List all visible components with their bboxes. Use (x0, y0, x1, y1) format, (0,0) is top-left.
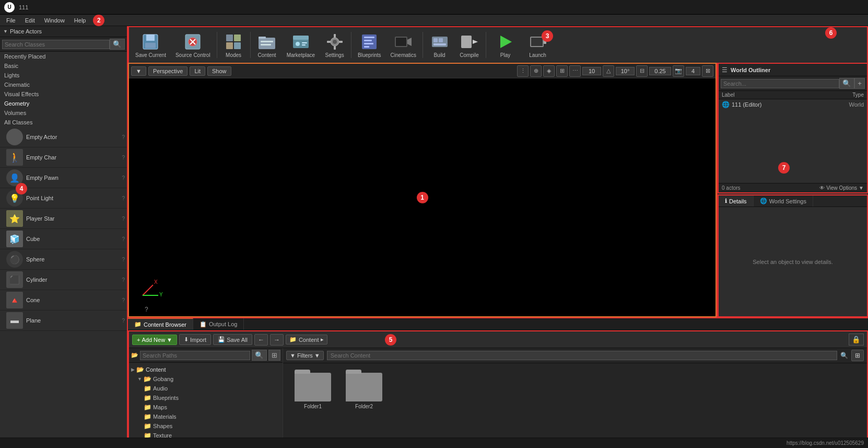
filters-button[interactable]: ▼ Filters ▼ (286, 351, 324, 360)
camera-icon[interactable]: 📷 (673, 65, 684, 77)
outliner-item-world[interactable]: 🌐 111 (Editor) World (719, 99, 867, 110)
compile-button[interactable]: Compile (455, 30, 484, 60)
actor-plane-help[interactable]: ? (122, 318, 125, 324)
viewport-canvas[interactable]: 1 X Y ? (129, 78, 715, 316)
actor-player-star[interactable]: ⭐ Player Star ? (0, 209, 127, 229)
tab-content-browser[interactable]: 📁 Content Browser (128, 318, 193, 330)
angle-icon[interactable]: △ (603, 65, 614, 77)
cb-view-options-button[interactable]: ⊞ (851, 350, 864, 361)
actor-sphere[interactable]: ⚫ Sphere ? (0, 249, 127, 270)
perspective-btn[interactable]: Perspective (148, 66, 187, 76)
menu-help[interactable]: Help (70, 16, 90, 25)
import-button[interactable]: ⬇ Import (179, 334, 211, 345)
category-visual-effects[interactable]: Visual Effects (0, 89, 127, 99)
grid-snap-icon[interactable]: ⋮ (517, 65, 529, 77)
menu-window[interactable]: Window (40, 16, 69, 25)
actor-empty-pawn-help[interactable]: ? (122, 175, 125, 181)
search-paths-input[interactable] (140, 351, 250, 360)
category-all-classes[interactable]: All Classes (0, 118, 127, 127)
svg-rect-19 (302, 44, 306, 45)
blueprints-button[interactable]: Blueprints (354, 30, 385, 60)
actor-point-light-help[interactable]: ? (122, 196, 125, 201)
actor-player-star-help[interactable]: ? (122, 216, 125, 222)
settings-button[interactable]: Settings (320, 30, 349, 60)
save-current-button[interactable]: Save Current (131, 30, 170, 60)
content-button[interactable]: Content (253, 30, 281, 60)
marketplace-button[interactable]: Marketplace (283, 30, 319, 60)
tree-maps-icon: 📁 (144, 404, 151, 411)
tree-blueprints[interactable]: 📁 Blueprints (129, 393, 283, 403)
nav-forward-button[interactable]: → (270, 334, 284, 346)
world-outliner-options-button[interactable]: + (854, 78, 865, 89)
add-new-button[interactable]: + Add New ▼ (132, 335, 177, 345)
category-volumes[interactable]: Volumes (0, 108, 127, 118)
category-recently-placed[interactable]: Recently Placed (0, 52, 127, 61)
marketplace-label: Marketplace (287, 52, 315, 58)
actor-cone-help[interactable]: ? (122, 297, 125, 303)
tree-options-button[interactable]: ⊞ (268, 350, 280, 361)
maximize-icon[interactable]: ⊠ (702, 65, 713, 77)
source-control-button[interactable]: Source Control (171, 30, 215, 60)
lock-button[interactable]: 🔒 (849, 334, 864, 346)
build-button[interactable]: Build (425, 30, 454, 60)
folder-item-2[interactable]: Folder2 (341, 370, 388, 412)
scale-snap-icon[interactable]: ◈ (543, 65, 555, 77)
actor-cylinder[interactable]: ⬛ Cylinder ? (0, 270, 127, 290)
category-lights[interactable]: Lights (0, 71, 127, 80)
world-outliner-search-input[interactable] (721, 79, 839, 88)
surface-snap-icon[interactable]: ⊞ (556, 65, 568, 77)
angle-value-input[interactable] (616, 67, 635, 75)
cinematics-button[interactable]: Cinematics (386, 30, 420, 60)
actor-plane[interactable]: ▬ Plane ? (0, 311, 127, 331)
viewport-dropdown-btn[interactable]: ▼ (131, 66, 146, 76)
tree-gobang[interactable]: ▼ 📂 Gobang (129, 374, 283, 384)
world-outliner-search-button[interactable]: 🔍 (839, 78, 854, 89)
lit-btn[interactable]: Lit (190, 66, 205, 76)
outliner-label-col: Label (722, 92, 822, 98)
search-classes-input[interactable] (2, 40, 110, 49)
play-button[interactable]: Play (488, 30, 522, 60)
actor-sphere-help[interactable]: ? (122, 257, 125, 262)
show-btn[interactable]: Show (207, 66, 231, 76)
category-cinematic[interactable]: Cinematic (0, 80, 127, 89)
grid-size-icon[interactable]: ⋯ (569, 65, 581, 77)
tree-shapes[interactable]: 📁 Shapes (129, 421, 283, 431)
actor-cone[interactable]: 🔺 Cone ? (0, 290, 127, 311)
actor-empty-char[interactable]: 🚶 Empty Char ? (0, 147, 127, 168)
rotation-snap-icon[interactable]: ⊕ (530, 65, 542, 77)
collapse-arrow[interactable]: ▼ (3, 29, 8, 34)
tree-maps[interactable]: 📁 Maps (129, 403, 283, 412)
folder-icon-2 (346, 373, 382, 401)
grid-value-input[interactable] (582, 67, 601, 75)
viewport-help-icon[interactable]: ? (145, 306, 148, 313)
folder-item-1[interactable]: Folder1 (289, 370, 336, 412)
scale-value-input[interactable] (649, 67, 671, 75)
filters-dropdown-arrow: ▼ (314, 352, 320, 359)
tab-world-settings[interactable]: 🌐 World Settings (754, 196, 813, 206)
tree-content[interactable]: ▶ 📂 Content (129, 365, 283, 374)
actor-cylinder-help[interactable]: ? (122, 277, 125, 283)
search-paths-button[interactable]: 🔍 (252, 350, 267, 361)
tree-audio[interactable]: 📁 Audio (129, 384, 283, 393)
actor-empty-actor-help[interactable]: ? (122, 134, 125, 140)
menu-file[interactable]: File (2, 16, 20, 25)
view-options-button[interactable]: 👁 View Options ▼ (819, 185, 864, 191)
category-basic[interactable]: Basic (0, 61, 127, 71)
search-classes-button[interactable]: 🔍 (110, 39, 125, 50)
tab-output-log[interactable]: 📋 Output Log (193, 318, 244, 330)
save-all-button[interactable]: 💾 Save All (213, 334, 252, 345)
tab-details[interactable]: ℹ Details (719, 196, 754, 206)
actor-empty-char-help[interactable]: ? (122, 155, 125, 160)
actor-empty-actor[interactable]: Empty Actor ? (0, 127, 127, 147)
search-content-input[interactable] (327, 351, 837, 360)
menu-edit[interactable]: Edit (21, 16, 39, 25)
modes-button[interactable]: Modes (219, 30, 248, 60)
tree-materials[interactable]: 📁 Materials (129, 412, 283, 421)
actor-cube[interactable]: 🧊 Cube ? (0, 229, 127, 249)
scale-icon[interactable]: ⊟ (636, 65, 648, 77)
svg-rect-23 (334, 46, 336, 50)
camera-value-input[interactable] (686, 67, 700, 75)
category-geometry[interactable]: Geometry (0, 99, 127, 108)
actor-cube-help[interactable]: ? (122, 236, 125, 242)
nav-back-button[interactable]: ← (254, 334, 268, 346)
